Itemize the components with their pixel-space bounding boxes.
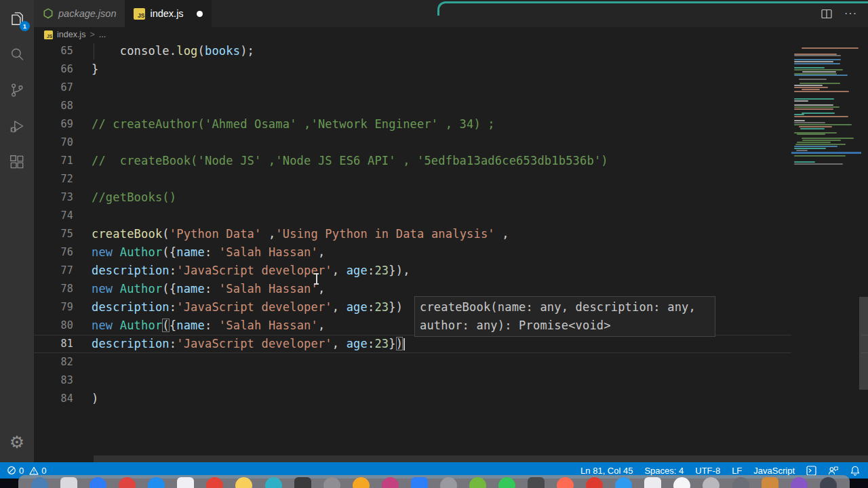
code-line[interactable]: 81description:'JavaScript developer', ag… <box>34 335 868 353</box>
encoding[interactable]: UTF-8 <box>695 466 720 476</box>
minimap-line <box>794 69 843 70</box>
minimap-line <box>794 100 808 102</box>
line-number[interactable]: 72 <box>34 170 73 188</box>
line-number[interactable]: 73 <box>34 188 73 207</box>
code-line[interactable]: 78new Author({name: 'Salah Hassan', <box>34 280 868 298</box>
dock-app-icon[interactable] <box>703 477 719 488</box>
dock-app-icon[interactable] <box>31 477 48 488</box>
line-number[interactable]: 69 <box>34 115 73 134</box>
dock-app-icon[interactable] <box>673 477 690 488</box>
eol-sequence[interactable]: LF <box>732 466 742 476</box>
dock-app-icon[interactable] <box>820 477 837 488</box>
code-line[interactable]: 74 <box>34 207 868 225</box>
dock-app-icon[interactable] <box>206 477 223 488</box>
dock-app-icon[interactable] <box>557 477 574 488</box>
problems-indicator[interactable]: 0 0 <box>7 466 46 476</box>
code-line[interactable]: 67 <box>34 79 868 97</box>
dock-app-icon[interactable] <box>148 477 165 488</box>
notifications-bell-icon[interactable] <box>850 466 860 476</box>
more-actions-icon[interactable]: ··· <box>844 7 857 20</box>
dock-app-icon[interactable] <box>469 477 486 488</box>
code-text <box>73 134 92 152</box>
sidebar-item-extensions[interactable] <box>0 144 34 180</box>
line-number[interactable]: 83 <box>34 371 73 390</box>
line-number[interactable]: 81 <box>34 336 73 352</box>
code-line[interactable]: 72 <box>34 170 868 188</box>
sidebar-item-search[interactable] <box>0 36 34 72</box>
indentation[interactable]: Spaces: 4 <box>644 466 684 476</box>
sidebar-item-run-debug[interactable] <box>0 108 34 144</box>
code-line[interactable]: 68 <box>34 97 868 115</box>
code-line[interactable]: 70 <box>34 134 868 152</box>
dock-app-icon[interactable] <box>60 477 77 488</box>
breadcrumb-more[interactable]: ... <box>99 30 106 39</box>
line-number[interactable]: 79 <box>34 298 73 317</box>
code-line[interactable]: 66} <box>34 60 868 79</box>
dock-app-icon[interactable] <box>528 477 545 488</box>
line-number[interactable]: 68 <box>34 97 73 115</box>
dock-app-icon[interactable] <box>323 477 340 488</box>
code-line[interactable]: 71// createBook('Node JS' ,'Node JS ES6 … <box>34 152 868 170</box>
dock-app-icon[interactable] <box>791 477 808 488</box>
line-number[interactable]: 66 <box>34 60 73 79</box>
sidebar-item-source-control[interactable] <box>0 72 34 108</box>
line-number[interactable]: 78 <box>34 280 73 298</box>
dock-app-icon[interactable] <box>294 477 311 488</box>
breadcrumb-file[interactable]: index.js <box>57 30 85 39</box>
dock-app-icon[interactable] <box>440 477 457 488</box>
code-line[interactable]: 69// createAuthor('Ahmed Osama' ,'Networ… <box>34 115 868 134</box>
code-line[interactable]: 83 <box>34 371 868 390</box>
code-line[interactable]: 73//getBooks() <box>34 188 868 207</box>
dock-app-icon[interactable] <box>90 477 106 488</box>
minimap-line <box>794 124 852 125</box>
language-mode[interactable]: JavaScript <box>753 466 795 476</box>
code-line[interactable]: 76new Author({name: 'Salah Hassan', <box>34 243 868 262</box>
line-number[interactable]: 75 <box>34 225 73 243</box>
dock-app-icon[interactable] <box>586 477 603 488</box>
cursor-position[interactable]: Ln 81, Col 45 <box>580 466 633 476</box>
dock-app-icon[interactable] <box>353 477 370 488</box>
split-editor-icon[interactable] <box>821 9 832 19</box>
line-number[interactable]: 82 <box>34 353 73 371</box>
code-line[interactable]: 82 <box>34 353 868 371</box>
code-editor[interactable]: 65 console.log(books);66}676869// create… <box>34 42 868 462</box>
line-number[interactable]: 74 <box>34 207 73 225</box>
line-number[interactable]: 80 <box>34 317 73 335</box>
vertical-scrollbar[interactable] <box>859 297 868 390</box>
dock-app-icon[interactable] <box>265 477 282 488</box>
line-number[interactable]: 67 <box>34 79 73 97</box>
feedback-icon[interactable] <box>828 466 839 475</box>
tab-package-json[interactable]: package.json <box>34 0 125 27</box>
dock-app-icon[interactable] <box>498 477 515 488</box>
code-text: } <box>73 60 98 79</box>
minimap-line <box>794 98 834 100</box>
line-number[interactable]: 76 <box>34 243 73 262</box>
tab-index-js[interactable]: JS index.js <box>125 0 211 27</box>
code-line[interactable]: 65 console.log(books); <box>34 42 868 60</box>
remote-prompt-icon[interactable] <box>806 466 816 476</box>
dock-app-icon[interactable] <box>382 477 399 488</box>
horizontal-scrollbar[interactable] <box>94 455 868 462</box>
dock-app-icon[interactable] <box>762 477 778 488</box>
code-line[interactable]: 77description:'JavaScript developer', ag… <box>34 262 868 280</box>
code-line[interactable]: 75createBook('Python Data' ,'Using Pytho… <box>34 225 868 243</box>
dock-app-icon[interactable] <box>177 477 194 488</box>
modified-dot[interactable] <box>197 11 203 17</box>
line-number[interactable]: 84 <box>34 390 73 408</box>
dock-app-icon[interactable] <box>644 477 661 488</box>
line-number[interactable]: 65 <box>34 42 73 60</box>
dock-app-icon[interactable] <box>235 477 252 488</box>
minimap[interactable] <box>791 42 861 419</box>
minimap-line <box>794 85 823 86</box>
line-number[interactable]: 70 <box>34 134 73 152</box>
line-number[interactable]: 71 <box>34 152 73 170</box>
dock-app-icon[interactable] <box>411 477 428 488</box>
dock-app-icon[interactable] <box>732 477 749 488</box>
code-line[interactable]: 84) <box>34 390 868 408</box>
minimap-line <box>797 142 831 143</box>
settings-gear-icon[interactable]: ⚙ <box>0 428 34 455</box>
line-number[interactable]: 77 <box>34 262 73 280</box>
dock-app-icon[interactable] <box>119 477 136 488</box>
dock-app-icon[interactable] <box>615 477 632 488</box>
sidebar-item-explorer[interactable]: 1 <box>0 0 34 36</box>
